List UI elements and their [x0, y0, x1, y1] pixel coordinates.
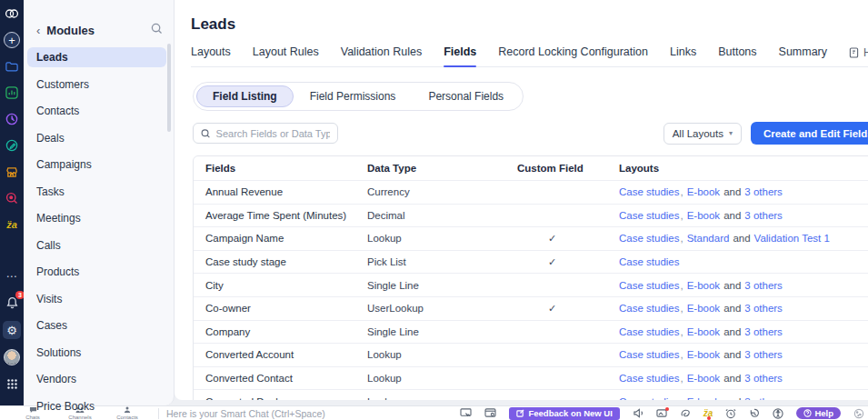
cookie-settings-icon[interactable]	[853, 408, 864, 419]
layout-link[interactable]: E-book	[687, 186, 720, 197]
modules-search-icon[interactable]	[151, 22, 163, 38]
tab-buttons[interactable]: Buttons	[718, 45, 756, 66]
user-avatar[interactable]	[4, 349, 20, 365]
layout-separator: and	[723, 373, 741, 384]
screen-share-icon[interactable]	[460, 408, 472, 418]
field-name-cell: Company	[194, 326, 355, 337]
layout-link[interactable]: 3 others	[744, 349, 783, 360]
sidebar-item-meetings[interactable]: Meetings	[27, 208, 166, 228]
more-options-icon[interactable]: ⋯	[4, 268, 20, 285]
recent-history-icon[interactable]	[749, 408, 760, 419]
main-wrap: Leads LayoutsLayout RulesValidation Rule…	[175, 0, 868, 405]
layout-link[interactable]: 3 others	[744, 326, 783, 337]
layouts-cell: Case studies,E-bookand3 others	[607, 396, 868, 400]
layout-link[interactable]: Case studies	[619, 233, 679, 244]
window-settings-icon[interactable]	[484, 408, 496, 418]
modules-sidebar: ‹ Modules LeadsCustomersContactsDealsCam…	[24, 0, 175, 405]
sidebar-item-vendors[interactable]: Vendors	[27, 369, 166, 389]
sidebar-item-leads[interactable]: Leads	[27, 47, 166, 67]
sidebar-item-contacts[interactable]: Contacts	[27, 101, 166, 121]
field-name-cell: Converted Account	[194, 349, 355, 360]
subtab-field-permissions[interactable]: Field Permissions	[294, 85, 413, 107]
sidebar-item-campaigns[interactable]: Campaigns	[27, 155, 166, 175]
fields-search-input[interactable]	[216, 128, 330, 139]
screenshot-icon[interactable]	[656, 408, 667, 418]
sidebar-item-calls[interactable]: Calls	[27, 235, 166, 255]
layout-link[interactable]: Standard	[687, 233, 730, 244]
notifications-bell-icon[interactable]: 3	[4, 295, 20, 311]
layout-link[interactable]: 3 others	[744, 280, 783, 291]
sidebar-item-tasks[interactable]: Tasks	[27, 182, 166, 202]
subtab-field-listing[interactable]: Field Listing	[196, 85, 294, 107]
layout-link[interactable]: 3 others	[744, 303, 783, 314]
tab-layouts[interactable]: Layouts	[191, 45, 231, 66]
layout-filter-dropdown[interactable]: All Layouts ▾	[663, 123, 742, 145]
app-grid-icon[interactable]	[4, 375, 20, 392]
help-link[interactable]: Help	[849, 46, 868, 66]
layout-link[interactable]: 3 others	[744, 210, 783, 221]
layout-link[interactable]: Case studies	[619, 349, 679, 360]
subtab-personal-fields[interactable]: Personal Fields	[412, 85, 520, 107]
tab-validation-rules[interactable]: Validation Rules	[341, 45, 422, 66]
layout-link[interactable]: E-book	[687, 373, 720, 384]
layout-link[interactable]: 3 others	[744, 186, 783, 197]
smart-chat-input[interactable]: Here is your Smart Chat (Ctrl+Space)	[166, 408, 460, 419]
tab-summary[interactable]: Summary	[779, 45, 827, 66]
sidebar-item-products[interactable]: Products	[27, 262, 166, 282]
reminder-alarm-icon[interactable]	[725, 408, 736, 419]
announcement-icon[interactable]	[633, 408, 644, 418]
layout-link[interactable]: E-book	[687, 396, 720, 400]
zia-assistant-icon[interactable]: z̈a	[703, 408, 713, 418]
custom-field-cell: ✓	[505, 256, 607, 268]
layout-link[interactable]: Case studies	[619, 373, 679, 384]
tab-links[interactable]: Links	[670, 45, 696, 66]
layout-link[interactable]: E-book	[687, 349, 720, 360]
modules-scrollbar[interactable]	[167, 44, 171, 132]
layout-link[interactable]: 3 others	[744, 396, 783, 400]
layout-link[interactable]: Case studies	[619, 210, 679, 221]
search-explore-icon[interactable]	[4, 190, 20, 206]
layout-link[interactable]: Case studies	[619, 303, 679, 314]
layout-link[interactable]: E-book	[687, 210, 720, 221]
field-name-cell: Co-owner	[194, 303, 355, 314]
layout-link[interactable]: Case studies	[619, 396, 679, 400]
layout-link[interactable]: Case studies	[619, 326, 679, 337]
layouts-cell: Case studies	[607, 256, 868, 267]
marketplace-store-icon[interactable]	[4, 164, 20, 180]
layout-link[interactable]: E-book	[687, 303, 720, 314]
analytics-icon[interactable]	[4, 85, 20, 101]
create-edit-fields-button[interactable]: Create and Edit Fields	[751, 122, 868, 145]
help-button[interactable]: Help	[796, 407, 841, 419]
zia-icon[interactable]: z̈a	[4, 216, 20, 233]
accessibility-icon[interactable]	[773, 408, 783, 419]
back-chevron-icon[interactable]: ‹	[36, 24, 40, 37]
layout-link[interactable]: 3 others	[744, 373, 783, 384]
settings-gear-icon[interactable]: ⚙	[3, 321, 21, 339]
activities-clock-icon[interactable]	[4, 111, 20, 127]
fields-searchbox[interactable]	[193, 123, 338, 144]
sidebar-item-solutions[interactable]: Solutions	[27, 343, 166, 363]
calendar-edit-icon[interactable]	[4, 137, 20, 154]
tab-record-locking-configuration[interactable]: Record Locking Configuration	[498, 45, 648, 66]
layout-link[interactable]: E-book	[687, 326, 720, 337]
sidebar-item-price-books[interactable]: Price Books	[27, 396, 166, 416]
lasso-select-icon[interactable]	[680, 408, 691, 418]
folder-icon[interactable]	[4, 58, 20, 75]
layout-link[interactable]: Case studies	[619, 186, 679, 197]
sidebar-item-cases[interactable]: Cases	[27, 315, 166, 335]
data-type-cell: Lookup	[355, 396, 505, 400]
tab-fields[interactable]: Fields	[444, 45, 476, 66]
feedback-new-ui-button[interactable]: Feedback on New UI	[509, 407, 619, 420]
field-name-cell: Converted Deal	[194, 396, 355, 400]
sidebar-item-customers[interactable]: Customers	[27, 75, 166, 95]
quick-create-button[interactable]: +	[4, 32, 20, 48]
layout-link[interactable]: Validation Test 1	[754, 233, 830, 244]
layout-link[interactable]: E-book	[687, 280, 720, 291]
layout-link[interactable]: Case studies	[619, 256, 679, 267]
data-type-cell: Single Line	[355, 280, 505, 291]
tab-layout-rules[interactable]: Layout Rules	[253, 45, 319, 66]
layout-link[interactable]: Case studies	[619, 280, 679, 291]
sidebar-item-deals[interactable]: Deals	[27, 128, 166, 148]
field-name-cell: Converted Contact	[194, 373, 355, 384]
sidebar-item-visits[interactable]: Visits	[27, 289, 166, 309]
